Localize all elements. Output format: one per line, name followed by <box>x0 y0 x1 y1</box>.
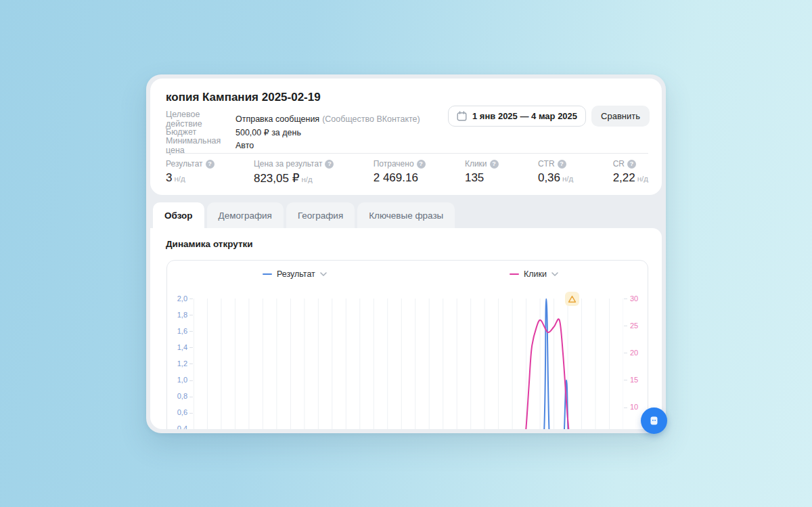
info-row-objective: Целевое действие Отправка сообщения (Соо… <box>166 112 420 126</box>
bot-icon <box>649 415 659 426</box>
axis-tick <box>189 397 193 397</box>
calendar-icon <box>457 111 467 121</box>
metric-clicks: Клики? 135 <box>465 159 499 185</box>
left-axis-tick-label: 1,6 <box>167 326 187 336</box>
tab-key-phrases[interactable]: Ключевые фразы <box>357 202 455 228</box>
info-label: Минимальная цена <box>166 136 235 155</box>
left-axis-tick-label: 1,2 <box>167 359 187 369</box>
left-axis-tick-label: 1,8 <box>167 310 187 320</box>
compare-button[interactable]: Сравнить <box>591 106 650 127</box>
axis-tick <box>189 380 193 381</box>
warning-triangle-icon <box>568 295 577 303</box>
info-value: 500,00 ₽ за день <box>235 127 301 137</box>
warning-badge[interactable] <box>565 292 579 306</box>
axis-tick <box>624 353 627 353</box>
support-bot-button[interactable] <box>641 407 667 434</box>
header-actions: 1 янв 2025 — 4 мар 2025 Сравнить <box>448 106 650 127</box>
metric-value: 135 <box>465 171 484 184</box>
metric-ctr: CTR? 0,36н/д <box>538 159 573 185</box>
campaign-info-rows: Целевое действие Отправка сообщения (Соо… <box>166 112 420 152</box>
axis-tick <box>189 363 193 364</box>
left-axis-tick-label: 0,6 <box>167 407 187 418</box>
axis-tick <box>189 413 193 414</box>
series-line-left <box>194 299 623 429</box>
desktop-background: копия Кампания 2025-02-19 Целевое действ… <box>0 0 812 507</box>
campaign-title: копия Кампания 2025-02-19 <box>166 91 321 104</box>
legend-clicks-dropdown[interactable]: Клики <box>510 269 558 279</box>
metric-value: 2,22 <box>613 171 635 184</box>
help-icon[interactable]: ? <box>558 160 566 169</box>
axis-tick <box>624 299 627 299</box>
metric-suffix: н/д <box>562 175 573 183</box>
metric-spent: Потрачено? 2 469.16 <box>374 159 426 185</box>
info-value: Отправка сообщения <box>235 114 319 124</box>
metric-label: CR <box>613 159 625 169</box>
right-axis-tick-label: 15 <box>630 375 650 385</box>
legend-clicks-swatch <box>510 273 519 275</box>
series-line-right <box>194 319 623 429</box>
axis-tick <box>624 380 627 380</box>
plot-area <box>194 299 623 429</box>
chevron-down-icon <box>320 272 327 276</box>
metric-suffix: н/д <box>301 175 312 183</box>
metric-value: 2 469.16 <box>374 171 418 184</box>
metric-label: Цена за результат <box>254 159 322 169</box>
axis-tick <box>189 299 193 299</box>
metric-value: 3 <box>166 171 172 184</box>
legend-clicks-label: Клики <box>524 269 547 279</box>
left-axis-tick-label: 1,0 <box>167 375 187 385</box>
info-row-min-price: Минимальная цена Авто <box>166 139 420 152</box>
divider <box>166 153 648 154</box>
tab-overview[interactable]: Обзор <box>153 202 204 228</box>
metric-result: Результат? 3н/д <box>166 159 215 185</box>
tab-demography[interactable]: Демография <box>207 202 284 228</box>
axis-tick <box>624 326 627 326</box>
legend-result-dropdown[interactable]: Результат <box>263 269 327 279</box>
right-axis-tick-label: 25 <box>630 321 650 331</box>
date-range-label: 1 янв 2025 — 4 мар 2025 <box>472 111 577 121</box>
metric-cr: CR? 2,22н/д <box>613 159 648 185</box>
axis-tick <box>189 347 193 348</box>
campaign-stats-window: копия Кампания 2025-02-19 Целевое действ… <box>146 74 666 433</box>
metric-suffix: н/д <box>174 175 185 183</box>
metric-cost-per-result: Цена за результат? 823,05 ₽н/д <box>254 159 334 185</box>
help-icon[interactable]: ? <box>417 160 426 169</box>
metric-value: 0,36 <box>538 171 560 184</box>
right-axis-tick-label: 20 <box>630 348 650 358</box>
metric-label: Результат <box>166 159 203 169</box>
chart-section-title: Динамика открутки <box>166 239 253 249</box>
metrics-row: Результат? 3н/д Цена за результат? 823,0… <box>166 159 648 185</box>
date-range-picker[interactable]: 1 янв 2025 — 4 мар 2025 <box>448 106 586 127</box>
info-value: Авто <box>235 141 254 150</box>
metric-label: CTR <box>538 159 555 169</box>
delivery-dynamics-chart: Результат Клики 2,01,81,61,41,21,00,80,6… <box>166 260 648 429</box>
metric-label: Потрачено <box>374 159 414 169</box>
help-icon[interactable]: ? <box>627 160 636 169</box>
axis-tick <box>189 331 193 332</box>
axis-tick <box>189 315 193 315</box>
legend-result-label: Результат <box>277 269 315 279</box>
metric-suffix: н/д <box>637 175 648 183</box>
right-axis-tick-label: 30 <box>630 294 650 304</box>
metric-value: 823,05 ₽ <box>254 172 300 185</box>
tab-geography[interactable]: География <box>286 202 355 228</box>
left-axis-tick-label: 2,0 <box>167 294 187 304</box>
chevron-down-icon <box>551 272 558 276</box>
metric-label: Клики <box>465 159 487 169</box>
left-axis-tick-label: 1,4 <box>167 343 187 353</box>
tab-bar: Обзор Демография География Ключевые фраз… <box>153 202 455 228</box>
overview-tab-panel: Динамика открутки Результат Клики <box>150 228 662 429</box>
info-label: Целевое действие <box>166 110 235 129</box>
left-axis-tick-label: 0,4 <box>167 424 187 429</box>
campaign-header-card: копия Кампания 2025-02-19 Целевое действ… <box>150 79 662 195</box>
help-icon[interactable]: ? <box>206 160 215 169</box>
help-icon[interactable]: ? <box>490 160 499 169</box>
left-axis-tick-label: 0,8 <box>167 391 187 401</box>
axis-tick <box>624 407 627 408</box>
legend-result-swatch <box>263 273 272 275</box>
help-icon[interactable]: ? <box>325 160 334 169</box>
info-note: (Сообщество ВКонтакте) <box>322 114 420 124</box>
